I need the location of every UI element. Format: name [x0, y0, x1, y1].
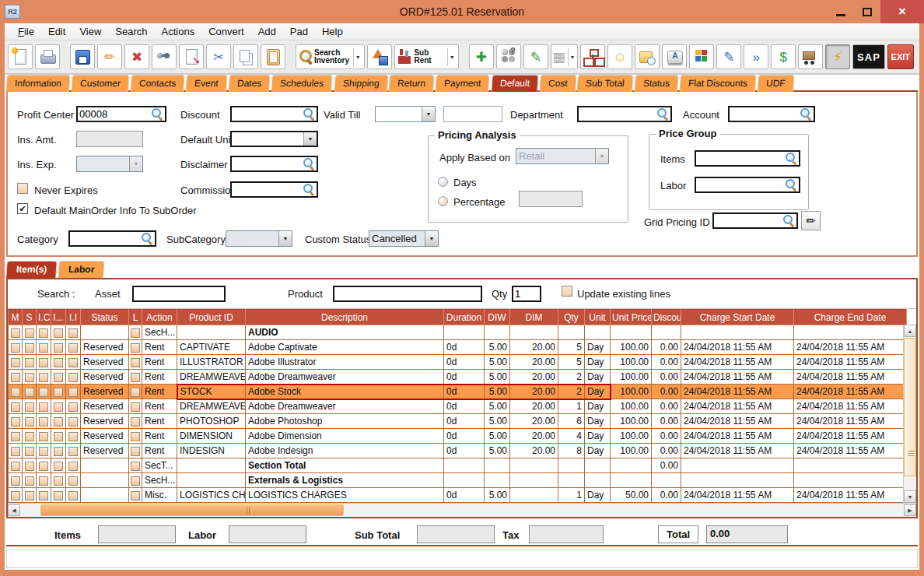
row-l-checkbox[interactable]	[131, 373, 140, 382]
truck-button[interactable]	[798, 44, 823, 69]
row-flag-checkbox[interactable]	[68, 402, 78, 412]
custom-status-combobox[interactable]: Cancelled ▼	[369, 230, 439, 247]
table-row[interactable]: ReservedRentDREAMWEAVERAdobe Dreamweaver…	[9, 399, 907, 414]
group-question-button[interactable]	[496, 44, 521, 69]
grid-pricing-input[interactable]	[716, 215, 783, 227]
row-flag-checkbox[interactable]	[68, 388, 78, 397]
row-flag-checkbox[interactable]	[54, 358, 63, 367]
grid-pricing-edit-button[interactable]: ✏	[801, 211, 821, 230]
row-flag-checkbox[interactable]	[68, 343, 78, 353]
tab-contacts[interactable]: Contacts	[130, 75, 185, 92]
row-l-checkbox[interactable]	[131, 447, 140, 456]
blocks-button[interactable]	[689, 44, 714, 69]
row-flag-checkbox[interactable]	[39, 462, 48, 471]
print-button[interactable]	[35, 44, 60, 69]
export-document-button[interactable]	[179, 44, 204, 69]
tab-information[interactable]: Information	[5, 75, 71, 92]
apply-based-on-dropdown-icon[interactable]: ▼	[595, 149, 608, 163]
apply-based-on-combobox[interactable]: Retail ▼	[516, 148, 609, 164]
items-tab-item-s[interactable]: Item(s)	[5, 261, 58, 278]
3d-objects-button[interactable]	[367, 44, 392, 69]
category-search-icon[interactable]	[142, 233, 153, 244]
menu-pad[interactable]: Pad	[283, 24, 315, 39]
profit-center-search-icon[interactable]	[152, 108, 163, 120]
row-flag-checkbox[interactable]	[25, 358, 34, 367]
default-unit-dropdown-icon[interactable]: ▼	[303, 132, 317, 146]
scroll-up-icon[interactable]: ▲	[904, 325, 916, 337]
menu-search[interactable]: Search	[108, 24, 154, 39]
row-l-checkbox[interactable]	[131, 462, 140, 471]
row-flag-checkbox[interactable]	[54, 432, 63, 441]
row-flag-checkbox[interactable]	[11, 358, 20, 367]
row-flag-checkbox[interactable]	[25, 491, 34, 500]
delete-button[interactable]: ✖	[124, 44, 149, 69]
row-flag-checkbox[interactable]	[11, 373, 20, 382]
search-inventory-dropdown-icon[interactable]: ▼	[353, 48, 362, 66]
table-row[interactable]: ReservedRentSTOCKAdobe Stock0d5.0020.002…	[9, 385, 907, 399]
keyboard-key-button[interactable]	[662, 44, 687, 69]
ins-exp-combobox[interactable]: ▼	[76, 156, 143, 172]
row-flag-checkbox[interactable]	[25, 388, 34, 397]
row-flag-checkbox[interactable]	[54, 491, 63, 500]
items-tab-labor[interactable]: Labor	[58, 261, 106, 278]
search-inventory-button[interactable]: Search Inventory▼	[296, 44, 365, 69]
row-flag-checkbox[interactable]	[39, 343, 48, 353]
subcategory-dropdown-icon[interactable]: ▼	[278, 231, 292, 246]
tab-cost[interactable]: Cost	[539, 75, 576, 92]
menu-add[interactable]: Add	[251, 24, 283, 39]
row-flag-checkbox[interactable]	[11, 476, 20, 486]
grid-pricing-search-icon[interactable]	[783, 215, 795, 227]
row-flag-checkbox[interactable]	[11, 491, 20, 500]
department-search-icon[interactable]	[657, 108, 669, 120]
valid-till-combobox[interactable]: ▼	[375, 106, 436, 122]
horizontal-scrollbar[interactable]: ◀ ▶	[8, 503, 916, 517]
row-flag-checkbox[interactable]	[25, 343, 34, 353]
row-flag-checkbox[interactable]	[68, 447, 78, 456]
row-flag-checkbox[interactable]	[68, 328, 78, 338]
close-button[interactable]: ×	[880, 0, 924, 23]
row-flag-checkbox[interactable]	[11, 432, 20, 441]
notes-button[interactable]: ✎	[523, 44, 548, 69]
menu-file[interactable]: File	[11, 24, 41, 39]
lightning-button[interactable]: ⚡	[825, 44, 850, 69]
exit-button[interactable]: EXIT	[887, 44, 914, 69]
product-input[interactable]	[336, 288, 479, 300]
tab-status[interactable]: Status	[634, 75, 679, 92]
row-flag-checkbox[interactable]	[39, 417, 48, 427]
row-l-checkbox[interactable]	[131, 491, 140, 500]
disclaimer-input[interactable]	[233, 158, 303, 170]
table-row[interactable]: SecH...AUDIO	[9, 325, 907, 340]
table-row[interactable]: ReservedRentDREAMWEAVERAdobe Dreamweaver…	[9, 370, 907, 385]
discount-search-icon[interactable]	[303, 108, 315, 120]
row-l-checkbox[interactable]	[131, 476, 140, 486]
never-expires-checkbox[interactable]	[17, 183, 28, 194]
table-row[interactable]: Misc.LOGISTICS CH...LOGISTICS CHARGES0d5…	[9, 488, 907, 503]
vertical-scroll-thumb[interactable]	[904, 338, 916, 476]
row-flag-checkbox[interactable]	[39, 373, 48, 382]
tab-event[interactable]: Event	[186, 75, 228, 92]
table-row[interactable]: SecT...Section Total0.00	[9, 458, 907, 473]
row-flag-checkbox[interactable]	[11, 388, 20, 397]
row-flag-checkbox[interactable]	[54, 373, 63, 382]
row-flag-checkbox[interactable]	[68, 491, 78, 500]
default-unit-combobox[interactable]: ▼	[230, 131, 318, 147]
row-flag-checkbox[interactable]	[54, 417, 63, 427]
paste-button[interactable]	[261, 44, 285, 69]
scroll-left-icon[interactable]: ◀	[8, 504, 20, 516]
valid-till-time-input[interactable]	[443, 106, 502, 122]
row-l-checkbox[interactable]	[131, 328, 140, 338]
price-group-labor-search-icon[interactable]	[786, 179, 797, 191]
folder-clock-button[interactable]	[635, 44, 660, 69]
percentage-input[interactable]	[519, 191, 583, 207]
row-flag-checkbox[interactable]	[11, 417, 20, 427]
row-flag-checkbox[interactable]	[68, 476, 78, 486]
row-flag-checkbox[interactable]	[54, 462, 63, 471]
sub-rent-dropdown-icon[interactable]: ▼	[447, 48, 456, 66]
commission-input[interactable]	[233, 184, 303, 195]
row-flag-checkbox[interactable]	[25, 476, 34, 486]
account-search-icon[interactable]	[800, 108, 812, 120]
row-flag-checkbox[interactable]	[54, 328, 63, 338]
tab-dates[interactable]: Dates	[228, 75, 271, 92]
menu-view[interactable]: View	[72, 24, 108, 39]
ins-amt-input[interactable]	[76, 131, 143, 147]
